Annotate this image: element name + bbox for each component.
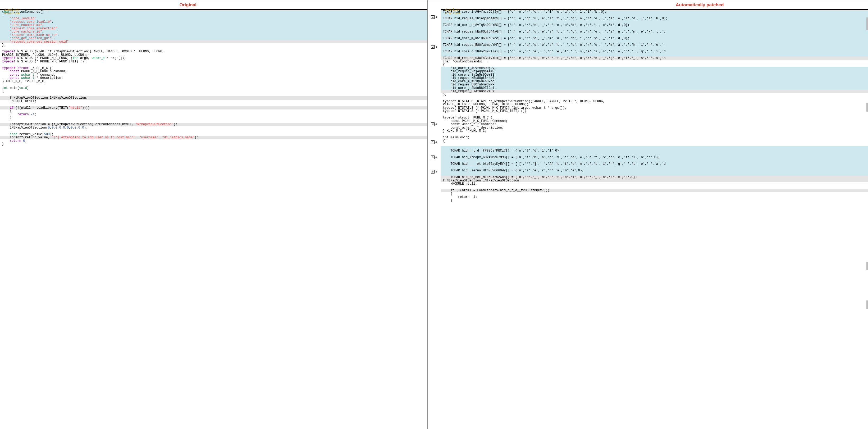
right-pane: #include #include Automatically patched … [441,0,868,429]
header-include-line: #include [443,8,866,12]
diff-connector-4[interactable]: 4➔ [428,140,441,144]
code-line[interactable]: const wchar_t * description; [441,126,868,130]
code-line[interactable]: "request_core_machine_id", [0,34,427,37]
connector-label: 2 [431,45,435,49]
arrow-right-icon: ➔ [435,122,437,126]
code-line[interactable]: }; [441,93,868,96]
code-line[interactable]: hid_reques_E8OfabmedYMF, [441,83,868,87]
code-line[interactable]: HMODULE ntdll; [0,100,427,103]
code-line[interactable]: return 0; [0,140,427,143]
code-line[interactable]: hid_core_l_AGvfmcsDDjJy, [441,67,868,70]
code-line[interactable]: if (!(ntdll = LoadLibrary(TEXT("ntdll"))… [0,106,427,110]
right-header: #include #include Automatically patched [441,0,868,10]
arrow-right-icon: ➔ [435,45,437,49]
code-line[interactable]: lNtMapViewOfSection(0,0,0,0,0,0,0,0,0,0)… [0,126,427,130]
header-include-line: #include [2,8,425,12]
code-line[interactable]: TCHAR hid_NtMapV_GHxAWMe67M9C[] = {'N','… [441,156,868,159]
code-line[interactable]: typedef NTSTATUS (* PKUHL_M_C_FUNC_INIT)… [0,60,427,63]
scrollbar[interactable] [866,0,868,429]
code-line[interactable]: hid_reques_kEs8Ggt544aG, [441,76,868,80]
right-code-body[interactable]: TCHAR hid_core_l_AGvfmcsDDjJy[] = {'c','… [441,10,868,429]
connector-label: 3 [431,122,435,126]
header-include-line: #include [443,12,866,16]
code-line[interactable]: } KUHL_M_C, *PKUHL_M_C; [0,80,427,83]
code-line[interactable] [441,133,868,136]
diff-connector-3[interactable]: 3➔ [428,122,441,126]
code-line[interactable]: return -1; [441,195,868,199]
connector-label: 5 [431,155,435,159]
left-header: #include #include Original [0,0,427,10]
diff-connector-2[interactable]: 2➔ [428,45,441,49]
code-line[interactable]: return -1; [0,113,427,116]
code-line[interactable]: "core_machine_id", [0,30,427,34]
left-title: Original [180,2,196,8]
code-line[interactable]: TCHAR hid_core_g_2NdoR89ZlJai[] = {'c','… [441,50,868,54]
code-line[interactable]: f_NtMapViewOfSection lNtMapViewOfSection… [0,96,427,100]
code-line[interactable]: { [0,110,427,113]
code-line[interactable]: TCHAR hid_reques_uJAfaBsivYHx[] = {'r','… [441,57,868,60]
code-line[interactable]: hid_reques_uJAfaBsivYHx [441,90,868,93]
code-line[interactable] [441,113,868,116]
connector-label: 6 [431,170,435,174]
code-line[interactable]: { [441,140,868,143]
code-line[interactable]: hid_core_e_8vIq5s9OeYBS, [441,73,868,77]
code-line[interactable]: if (!(ntdll = LoadLibrary(hid_n_t_d__fP8… [441,189,868,192]
code-line[interactable] [441,143,868,146]
diff-connector-1[interactable]: 1➔ [428,15,441,19]
connector-label: 1 [431,16,435,19]
arrow-right-icon: ➔ [435,170,437,174]
code-line[interactable] [0,83,427,87]
arrow-right-icon: ➔ [435,155,437,159]
diff-gutter: 1➔2➔3➔4➔5➔6➔ [428,0,441,429]
code-line[interactable]: const PKUHL_M_C_FUNC pCommand; [0,70,427,73]
code-line[interactable]: "request_core_enumextcmd", [0,27,427,30]
left-code-body[interactable]: char *customCommands[] ={ "core_loadlib"… [0,10,427,429]
arrow-right-icon: ➔ [435,140,437,145]
code-line[interactable]: hid_core_m_KS1Q6OFbHxcc, [441,80,868,83]
code-line[interactable]: f_NtMapViewOfSection lNtMapViewOfSection… [441,179,868,183]
code-line[interactable]: char *customCommands[] = [441,60,868,63]
code-line[interactable]: int main(void) [0,87,427,90]
code-line[interactable]: TCHAR hid_userna_HfhVLVG669Wy[] = {'u','… [441,169,868,173]
code-line[interactable]: } [0,116,427,120]
code-line[interactable]: TCHAR hid_core_m_KS1Q6OFbHxcc[] = {'c','… [441,37,868,40]
code-line[interactable]: "request_core_get_session_guid" [0,40,427,43]
code-line[interactable]: typedef NTSTATUS (* PKUHL_M_C_FUNC_INIT)… [441,110,868,113]
code-line[interactable]: const PKUHL_M_C_FUNC pCommand; [441,120,868,123]
code-line[interactable]: TCHAR hid_reques_E8OfabmedYMF[] = {'r','… [441,43,868,47]
code-line[interactable]: { [0,90,427,93]
code-line[interactable]: } [0,143,427,146]
left-pane: #include #include Original char *customC… [0,0,428,429]
code-line[interactable]: hid_core_g_2NdoR89ZlJai, [441,87,868,90]
code-line[interactable] [0,63,427,67]
code-line[interactable]: } KUHL_M_C, *PKUHL_M_C; [441,129,868,133]
code-line[interactable]: TCHAR hid_n_t_d__fP886sfMQCz7[] = {'n','… [441,149,868,153]
code-line[interactable]: const wchar_t * command; [0,73,427,77]
code-line[interactable]: const wchar_t * command; [441,123,868,126]
code-line[interactable]: { [441,192,868,196]
header-include-line: #include [2,12,425,16]
code-line[interactable]: { [441,63,868,67]
connector-label: 4 [431,141,435,144]
code-line[interactable]: int main(void) [441,136,868,140]
code-line[interactable]: hid_reques_2hjAqqmpAAmS, [441,70,868,73]
code-line[interactable]: TCHAR hid_reques_kEs8Ggt544aG[] = {'r','… [441,30,868,34]
diff-connector-6[interactable]: 6➔ [428,170,441,174]
code-line[interactable]: } [441,199,868,202]
right-title: Automatically patched [676,2,723,8]
code-line[interactable]: HMODULE ntdll; [441,182,868,186]
code-line[interactable]: const wchar_t * description; [0,76,427,80]
code-line[interactable]: TCHAR hid_____At_bkp06ayKyEf4[] = {'[','… [441,162,868,166]
code-line[interactable] [0,129,427,133]
diff-connector-5[interactable]: 5➔ [428,155,441,159]
code-line[interactable]: }; [0,43,427,47]
code-line[interactable]: sprintf(return_value, "[*] Attempting to… [0,136,427,140]
arrow-right-icon: ➔ [435,15,437,19]
